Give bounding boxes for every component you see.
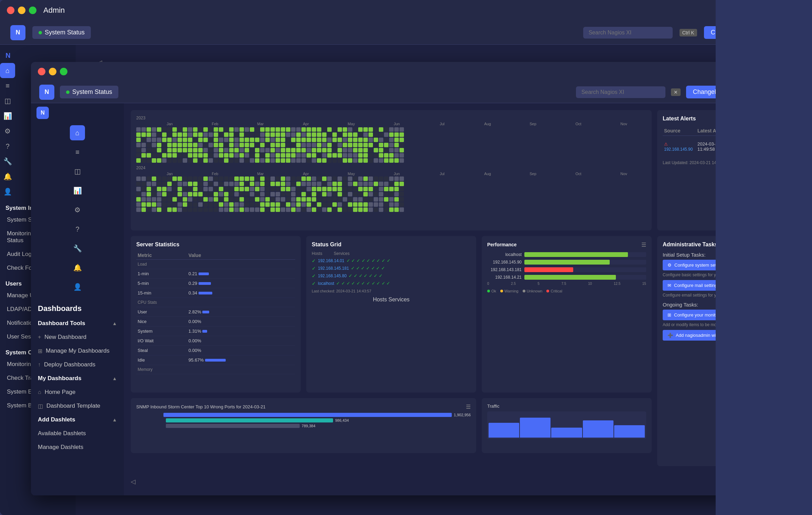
new-dashboard-item[interactable]: + New Dashboard <box>31 330 124 344</box>
sg-host2-name[interactable]: 192.168.145.181 <box>318 266 349 271</box>
x-label-0: 0 <box>487 282 489 286</box>
bar-track-2 <box>524 267 646 272</box>
stats-section-memory: Memory <box>136 365 295 374</box>
status-grid-widget: Status Grid Hosts Services ✓ 192.168.14.… <box>306 236 476 393</box>
sg-host3-name[interactable]: 192.168.145.80 <box>318 273 346 278</box>
value-1min: 0.21 <box>187 269 295 278</box>
sidebar-item-profile[interactable]: 👤 <box>0 184 15 199</box>
overlay-window: N System Status ✕ Changelog ? 👤 ⋮ N ⌂ ≡ … <box>31 62 788 495</box>
home-page-item[interactable]: ⌂ Home Page <box>31 385 124 399</box>
x-label-5: 5 <box>538 282 540 286</box>
overlay-maximize-button[interactable] <box>60 68 67 75</box>
bottom-chart-title: SNMP Inbound Storm Center Top 10 Wrong P… <box>136 404 266 409</box>
sg-host2-checks: ✓ ✓ ✓ ✓ ✓ ✓ ✓ <box>351 266 385 271</box>
sg-host1-name[interactable]: 192.168.14.01 <box>318 258 344 263</box>
deploy-dashboards-item[interactable]: ↑ Deploy Dashboards <box>31 358 124 372</box>
dash-sidebar-tools[interactable]: 🔧 <box>70 241 85 256</box>
overlay-status-tab[interactable]: System Status <box>60 86 118 98</box>
legend-unknown: Unknown <box>523 289 543 293</box>
x-label-7.5: 7.5 <box>562 282 566 286</box>
tc-bar-1 <box>489 423 519 438</box>
manage-dashlets-item[interactable]: Manage Dashlets <box>31 440 124 454</box>
manage-dash-icon: ⊞ <box>38 348 42 354</box>
add-dashlets-section[interactable]: Add Dashlets ▲ <box>31 413 124 427</box>
bar-track-localhost <box>524 252 646 257</box>
bar-track-3 <box>524 275 646 280</box>
bar-fill-localhost <box>524 252 628 257</box>
perf-title: Performance <box>487 242 517 247</box>
sg-host-row-4: ✓ localhost ✓ ✓ ✓ ✓ ✓ ✓ ✓ ✓ ✓ ✓ ✓ <box>312 281 471 286</box>
hbar-row-3: 789,384 <box>136 424 471 428</box>
sidebar-item-settings[interactable]: ⚙ <box>0 124 15 139</box>
overlay-status-dot <box>66 90 70 94</box>
perf-menu-icon[interactable]: ☰ <box>641 242 646 248</box>
sidebar-item-help[interactable]: ? <box>0 139 15 154</box>
stat-row-iowait: I/O Wait 0.00% <box>136 336 295 345</box>
sg-host4-checks: ✓ ✓ ✓ ✓ ✓ ✓ ✓ ✓ ✓ ✓ ✓ <box>336 281 390 286</box>
hbar-fill-1 <box>163 413 452 417</box>
month-mar-1: Mar <box>238 122 283 126</box>
sidebar-item-notifications[interactable]: 🔔 <box>0 169 15 184</box>
month-feb-1: Feb <box>193 122 237 126</box>
perf-chart-widget: Performance ☰ localhost 192.168.145.90 <box>482 236 652 393</box>
dash-back-btn[interactable]: ◁ <box>131 478 136 485</box>
manage-my-dashboards-item[interactable]: ⊞ Manage My Dashboards <box>31 344 124 358</box>
sg-hosts-header: Hosts <box>312 251 322 256</box>
my-dashboards-section[interactable]: My Dashboards ▲ <box>31 372 124 385</box>
close-button[interactable] <box>7 7 14 14</box>
metric-1min: 1-min <box>136 269 187 278</box>
dash-sidebar-menu[interactable]: ≡ <box>70 144 85 160</box>
right-panel <box>716 0 812 515</box>
alert-error-icon: ⚠ <box>664 142 668 147</box>
gear-icon: ⚙ <box>667 262 672 268</box>
month-aug-2: Aug <box>465 172 510 176</box>
sidebar-item-home[interactable]: ⌂ <box>0 63 15 78</box>
dash-sidebar-reports[interactable]: 📊 <box>70 183 85 198</box>
sidebar-item-reports[interactable]: 📊 <box>0 108 15 124</box>
month-jan-1: Jan <box>147 122 192 126</box>
system-status-tab[interactable]: System Status <box>32 26 91 39</box>
sidebar-item-tools[interactable]: 🔧 <box>0 154 15 169</box>
overlay-minimize-button[interactable] <box>49 68 56 75</box>
alert-source[interactable]: 192.168.145.90 <box>664 147 693 152</box>
kbd-shortcut: Ctrl K <box>680 29 697 36</box>
sg-host-row-3: ✓ 192.168.145.80 ✓ ✓ ✓ ✓ ✓ ✓ ✓ <box>312 273 471 279</box>
search-input[interactable] <box>583 27 673 39</box>
hbar-fill-3 <box>166 424 300 428</box>
minimize-button[interactable] <box>18 7 25 14</box>
month-aug-1: Aug <box>465 122 510 126</box>
hbar-row-2: 986,434 <box>136 418 471 422</box>
sidebar-item-menu[interactable]: ≡ <box>0 78 15 93</box>
overlay-search-input[interactable] <box>576 86 665 98</box>
bar-idle <box>205 359 226 362</box>
dash-sidebar-views[interactable]: ◫ <box>70 164 85 179</box>
bar-5min <box>199 282 211 285</box>
hbar-value-3: 789,384 <box>302 424 316 428</box>
dashboard-template-item[interactable]: ◫ Dashboard Template <box>31 399 124 413</box>
perf-bar-3: 192.168.14.21 <box>487 275 646 280</box>
dashboard-tools-section[interactable]: Dashboard Tools ▲ <box>31 316 124 330</box>
dash-sidebar-settings[interactable]: ⚙ <box>70 202 85 217</box>
maximize-button[interactable] <box>29 7 36 14</box>
month-jul-1: Jul <box>420 122 464 126</box>
x-label-15: 15 <box>642 282 646 286</box>
bottom-chart-menu[interactable]: ☰ <box>466 404 471 410</box>
month-feb-2: Feb <box>193 172 237 176</box>
dash-sidebar-help[interactable]: ? <box>70 222 85 237</box>
stat-row-nice: Nice 0.00% <box>136 316 295 326</box>
stat-row-15min: 15-min 0.34 <box>136 288 295 298</box>
sidebar-item-views[interactable]: ◫ <box>0 93 15 108</box>
nagios-logo: N <box>0 48 76 63</box>
month-sep-2: Sep <box>511 172 555 176</box>
sg-host4-name[interactable]: localhost <box>318 281 334 286</box>
col-value: Value <box>187 251 295 260</box>
stats-table: Metric Value Load 1-min 0.21 <box>136 251 295 374</box>
month-apr-2: Apr <box>284 172 328 176</box>
overlay-close-button[interactable] <box>38 68 45 75</box>
month-jan-2: Jan <box>147 172 192 176</box>
available-dashlets-item[interactable]: Available Dashlets <box>31 427 124 440</box>
dash-sidebar-home[interactable]: ⌂ <box>70 125 85 140</box>
sg-services-header: Services <box>334 251 350 256</box>
dash-sidebar-notif[interactable]: 🔔 <box>70 260 85 275</box>
dash-sidebar-user[interactable]: 👤 <box>70 279 85 294</box>
